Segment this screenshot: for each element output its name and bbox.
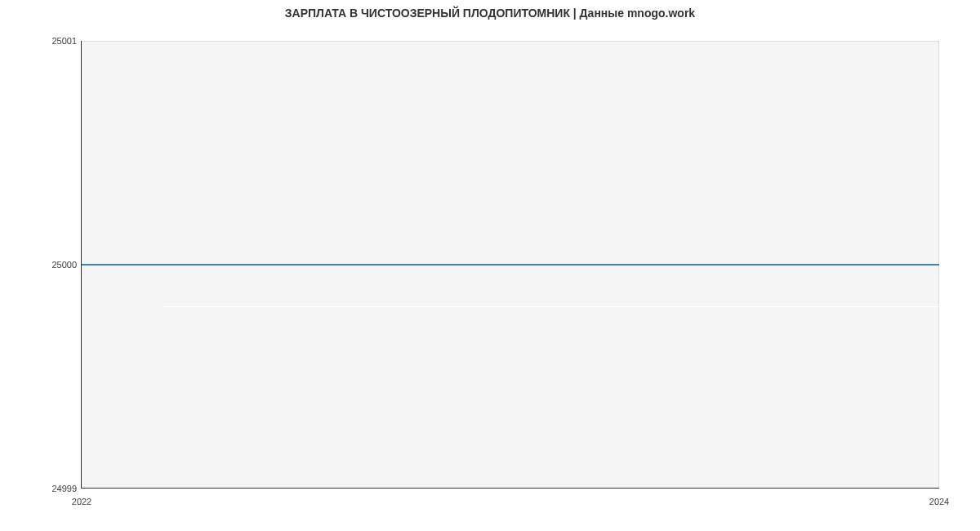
- x-axis: [82, 488, 939, 489]
- x-tick-label: 2022: [72, 497, 91, 506]
- x-tick-label: 2024: [929, 497, 949, 506]
- y-tick-label: 24999: [51, 484, 77, 493]
- chart-title: ЗАРПЛАТА В ЧИСТООЗЕРНЫЙ ПЛОДОПИТОМНИК | …: [0, 7, 980, 20]
- y-axis: [81, 41, 82, 489]
- gridline-y-25000: [163, 306, 980, 307]
- y-tick-label: 25000: [51, 260, 77, 270]
- y-tick-label: 25001: [51, 36, 77, 46]
- data-line-series-1: [82, 264, 939, 266]
